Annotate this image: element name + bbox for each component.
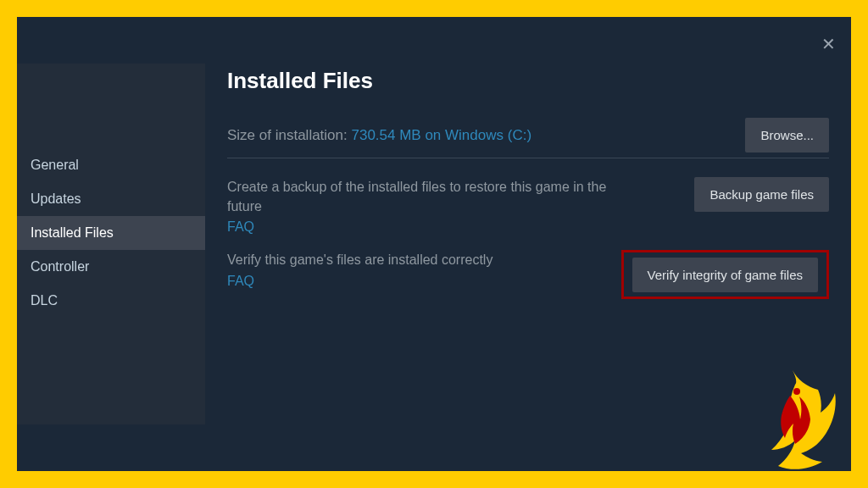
install-size-label: Size of installation: 730.54 MB on Windo… — [227, 127, 531, 144]
sidebar-item-label: Controller — [31, 259, 89, 274]
sidebar-item-dlc[interactable]: DLC — [17, 284, 205, 318]
sidebar-item-updates[interactable]: Updates — [17, 182, 205, 216]
main-panel: Installed Files Size of installation: 73… — [205, 17, 851, 471]
close-icon: ✕ — [821, 35, 836, 53]
sidebar-item-controller[interactable]: Controller — [17, 250, 205, 284]
sidebar-item-label: General — [31, 158, 79, 172]
browse-button[interactable]: Browse... — [745, 118, 829, 152]
backup-row: Create a backup of the installed files t… — [227, 158, 829, 235]
backup-description: Create a backup of the installed files t… — [227, 177, 634, 216]
verify-button[interactable]: Verify integrity of game files — [632, 258, 818, 292]
verify-highlight-annotation: Verify integrity of game files — [621, 250, 829, 299]
install-size-value: 730.54 MB on Windows (C:) — [351, 127, 531, 143]
verify-row: Verify this game's files are installed c… — [227, 235, 829, 299]
sidebar-item-label: Updates — [31, 191, 81, 206]
sidebar-item-label: DLC — [31, 293, 58, 308]
close-button[interactable]: ✕ — [821, 34, 836, 54]
sidebar-item-installed-files[interactable]: Installed Files — [17, 216, 205, 250]
content: Size of installation: 730.54 MB on Windo… — [205, 118, 851, 299]
sidebar: General Updates Installed Files Controll… — [17, 64, 205, 424]
page-title: Installed Files — [205, 17, 851, 118]
verify-faq-link[interactable]: FAQ — [227, 274, 492, 289]
verify-description: Verify this game's files are installed c… — [227, 250, 492, 269]
backup-faq-link[interactable]: FAQ — [227, 219, 634, 235]
sidebar-item-label: Installed Files — [31, 225, 114, 240]
backup-button[interactable]: Backup game files — [694, 177, 829, 212]
install-size-row: Size of installation: 730.54 MB on Windo… — [227, 118, 829, 152]
properties-window: ✕ General Updates Installed Files Contro… — [17, 17, 851, 471]
sidebar-item-general[interactable]: General — [17, 148, 205, 182]
